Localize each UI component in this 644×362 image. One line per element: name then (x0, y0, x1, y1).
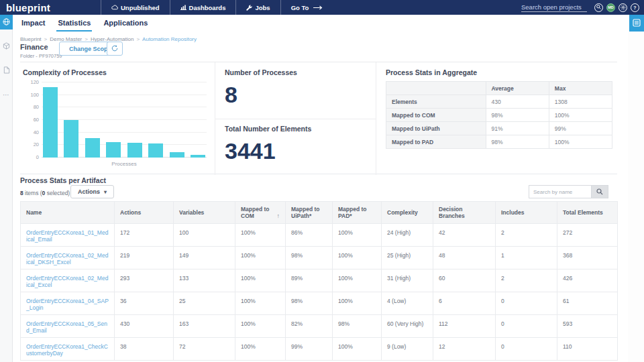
artifact-table: NameActionsVariablesMapped to COM↑Mapped… (20, 201, 618, 361)
aggregate-average-value: 98% (486, 109, 549, 122)
search-by-name-input[interactable] (529, 185, 591, 198)
value-cell: 593 (557, 315, 618, 338)
sidebar-item-packages[interactable] (0, 39, 13, 54)
column-header-mapped-to-com[interactable]: Mapped to COM↑ (235, 202, 286, 224)
process-link[interactable]: OrderEntryECCKorea1_02_Medical_Excel (26, 275, 108, 288)
chart-gridline (42, 82, 207, 82)
column-header-name[interactable]: Name (21, 202, 115, 224)
sidebar-item-documents[interactable] (0, 63, 13, 78)
nav-go-to[interactable]: Go To (280, 0, 333, 15)
breadcrumb-item-current[interactable]: Automation Repository (142, 36, 197, 42)
tab-impact[interactable]: Impact (20, 17, 46, 32)
aggregate-table: AverageMax Elements4301308Mapped to COM9… (386, 81, 612, 149)
cube-icon (3, 40, 10, 52)
sort-asc-icon[interactable]: ↑ (277, 213, 280, 219)
chart-y-tick-label: 40 (23, 129, 39, 135)
value-cell: 100% (333, 247, 382, 269)
aggregate-average-value: 91% (486, 122, 549, 135)
process-link[interactable]: OrderEntryECCKorea1_05_Send_Email (26, 320, 107, 334)
chart-bars (43, 87, 205, 158)
chart-bar (64, 120, 78, 158)
nav-item-label: Go To (291, 4, 309, 11)
left-sidebar: ⋯ (0, 15, 13, 362)
sidebar-item-more[interactable]: ⋯ (0, 87, 13, 102)
search-submit-button[interactable] (591, 185, 608, 198)
column-header-variables[interactable]: Variables (174, 202, 235, 224)
process-link[interactable]: OrderEntryECCKorea1_04_SAP_Login (26, 298, 109, 311)
chart-y-tick-label: 20 (23, 141, 39, 147)
more-icon: ⋯ (3, 91, 10, 99)
artifact-items-summary: 8 items (0 selected) (20, 190, 70, 196)
bar-chart-icon (180, 5, 186, 10)
chart-x-axis-label: Processes (42, 161, 207, 167)
aggregate-col-header: Average (486, 82, 549, 95)
gear-icon (621, 5, 626, 11)
column-header-actions[interactable]: Actions (115, 202, 174, 224)
process-link[interactable]: OrderEntryECCKorea1_02_Medical_DKSH_Exce… (26, 252, 108, 265)
value-cell: 0 (496, 338, 557, 361)
globe-icon (3, 16, 10, 28)
sidebar-item-explore[interactable] (0, 15, 13, 29)
value-cell: 430 (115, 315, 174, 338)
breadcrumb-item[interactable]: Blueprint (20, 36, 42, 42)
value-cell: 100% (333, 224, 382, 247)
aggregate-panel: Process Stats in Aggregate AverageMax El… (376, 62, 617, 175)
value-cell: 72 (174, 338, 235, 361)
chart-bar (148, 143, 163, 158)
stats-panels: Complexity of Processes 020406080100120 … (20, 62, 617, 174)
panel-toggle-button[interactable] (629, 15, 644, 32)
app-logo[interactable]: blueprint (6, 2, 50, 13)
list-icon (633, 17, 641, 29)
column-header-total-elements[interactable]: Total Elements (557, 202, 618, 224)
value-cell: 36 (115, 292, 174, 315)
aggregate-title: Process Stats in Aggregate (386, 68, 617, 76)
value-cell: 1 (496, 247, 557, 269)
table-row: OrderEntryECCKorea1_05_Send_Email4301631… (21, 315, 618, 338)
search-button[interactable] (594, 3, 603, 12)
value-cell: 100% (235, 292, 286, 315)
process-link[interactable]: OrderEntryECCKorea1_CheckCustomerbyDay (26, 343, 108, 357)
processes-count-label: Number of Processes (225, 68, 376, 76)
main-content: Impact Statistics Applications Blueprint… (13, 15, 627, 362)
process-name-cell: OrderEntryECCKorea1_01_Medical_Email (21, 224, 115, 247)
process-link[interactable]: OrderEntryECCKorea1_01_Medical_Email (26, 229, 108, 243)
column-header-complexity[interactable]: Complexity (382, 202, 433, 224)
value-cell: 86% (286, 224, 333, 247)
wrench-icon (246, 5, 252, 11)
value-cell: 9 (Low) (382, 338, 433, 361)
chart-title: Complexity of Processes (23, 68, 215, 76)
search-open-projects-input[interactable]: Search open projects (521, 3, 587, 12)
value-cell: 4 (Low) (382, 292, 433, 315)
help-icon: ? (633, 5, 636, 10)
value-cell: 219 (115, 247, 174, 269)
chart-bar (127, 143, 142, 158)
column-header-mapped-to-pad[interactable]: Mapped to PAD* (333, 202, 382, 224)
aggregate-max-value: 100% (549, 109, 612, 122)
complexity-chart-panel: Complexity of Processes 020406080100120 … (20, 62, 215, 175)
chart-bar (85, 138, 100, 158)
column-header-decision-branches[interactable]: Decision Branches (433, 202, 496, 224)
nav-dashboards[interactable]: Dashboards (170, 0, 236, 15)
nav-jobs[interactable]: Jobs (235, 0, 280, 15)
value-cell: 0 (496, 315, 557, 338)
artifact-section-title: Process Stats per Artifact (20, 176, 106, 184)
breadcrumb-separator: > (136, 36, 140, 42)
column-header-mapped-to-uipath[interactable]: Mapped to UiPath* (286, 202, 333, 224)
value-cell: 82% (286, 315, 333, 338)
help-button[interactable]: ? (631, 3, 639, 12)
avatar[interactable]: MD (606, 3, 615, 12)
settings-button[interactable] (619, 3, 627, 12)
selected-label: selected) (45, 190, 70, 196)
aggregate-max-value: 1308 (549, 95, 612, 109)
aggregate-row-label: Elements (386, 95, 486, 109)
value-cell: 31 (High) (382, 269, 433, 292)
nav-unpublished[interactable]: Unpublished (101, 0, 170, 15)
table-row: OrderEntryECCKorea1_CheckCustomerbyDay38… (21, 338, 618, 361)
tab-statistics[interactable]: Statistics (56, 17, 92, 32)
actions-button[interactable]: Actions ▾ (70, 185, 114, 198)
chart-bar (43, 87, 58, 158)
refresh-button[interactable] (107, 42, 123, 56)
chart-y-tick-label: 60 (23, 117, 39, 123)
column-header-includes[interactable]: Includes (496, 202, 557, 224)
tab-applications[interactable]: Applications (102, 17, 149, 32)
